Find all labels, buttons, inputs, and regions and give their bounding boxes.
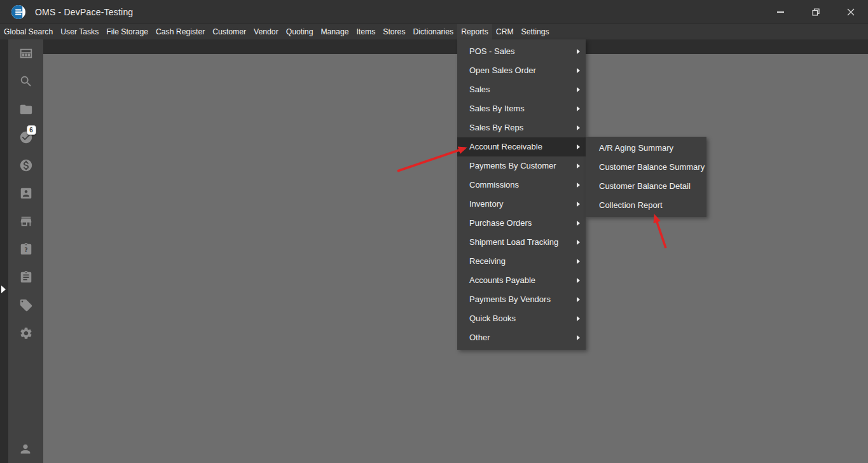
submenu-arrow-icon — [577, 202, 580, 207]
menubar-item-file-storage[interactable]: File Storage — [102, 24, 152, 39]
reports-dropdown-menu: POS - Sales Open Sales Order Sales Sales… — [457, 39, 586, 350]
reports-menu-item-open-sales-order[interactable]: Open Sales Order — [457, 61, 586, 80]
submenu-arrow-icon — [577, 316, 580, 321]
close-button[interactable] — [833, 0, 868, 24]
submenu-arrow-icon — [577, 163, 580, 169]
main-content-area — [43, 54, 868, 463]
submenu-item-a-r-aging-summary[interactable]: A/R Aging Summary — [586, 139, 706, 158]
submenu-arrow-icon — [577, 125, 580, 130]
reports-menu-item-payments-by-vendors[interactable]: Payments By Vendors — [457, 290, 586, 309]
submenu-item-customer-balance-detail[interactable]: Customer Balance Detail — [586, 177, 706, 196]
submenu-arrow-icon — [577, 68, 580, 73]
submenu-arrow-icon — [577, 49, 580, 54]
submenu-arrow-icon — [577, 183, 580, 188]
sidebar-item-contact-card[interactable] — [19, 186, 33, 200]
reports-menu-item-shipment-load-tracking[interactable]: Shipment Load Tracking — [457, 233, 586, 252]
minimize-icon — [777, 11, 784, 13]
submenu-arrow-icon — [577, 221, 580, 226]
reports-menu-item-receiving[interactable]: Receiving — [457, 252, 586, 271]
top-dark-band — [0, 39, 868, 54]
reports-menu-flyout: POS - Sales Open Sales Order Sales Sales… — [457, 39, 586, 350]
account-receivable-submenu: A/R Aging Summary Customer Balance Summa… — [586, 137, 706, 217]
sidebar-item-tag[interactable] — [19, 298, 33, 312]
submenu-arrow-icon — [577, 87, 580, 92]
clipboard-tasks-icon — [19, 270, 33, 284]
menubar-item-crm[interactable]: CRM — [492, 24, 518, 39]
tag-icon — [19, 298, 33, 312]
menubar-item-global-search[interactable]: Global Search — [0, 24, 57, 39]
submenu-arrow-icon — [577, 144, 580, 149]
contact-card-icon — [19, 186, 33, 200]
reports-menu-item-sales-by-reps[interactable]: Sales By Reps — [457, 118, 586, 137]
sidebar-item-table[interactable] — [19, 46, 33, 60]
submenu-arrow-icon — [577, 240, 580, 245]
reports-menu-item-sales[interactable]: Sales — [457, 80, 586, 99]
reports-menu-item-account-receivable[interactable]: Account Receivable — [457, 137, 586, 156]
table-icon — [19, 46, 33, 60]
reports-menu-item-payments-by-customer[interactable]: Payments By Customer — [457, 156, 586, 176]
icon-sidebar: 6 — [8, 39, 43, 463]
reports-menu-item-commissions[interactable]: Commissions — [457, 176, 586, 195]
panel-expand-arrow-icon[interactable] — [1, 286, 6, 293]
reports-menu-item-accounts-payable[interactable]: Accounts Payable — [457, 271, 586, 290]
search-icon — [19, 74, 33, 88]
sidebar-item-check-circle[interactable]: 6 — [19, 130, 33, 144]
person-icon — [18, 442, 32, 456]
menubar-item-customer[interactable]: Customer — [209, 24, 250, 39]
restore-icon — [812, 8, 820, 16]
reports-menu-item-other[interactable]: Other — [457, 328, 586, 347]
menubar-item-cash-register[interactable]: Cash Register — [152, 24, 209, 39]
close-icon — [847, 8, 855, 16]
restore-button[interactable] — [798, 0, 833, 24]
menubar-item-reports[interactable]: Reports — [457, 24, 492, 39]
sidebar-item-store[interactable] — [19, 214, 33, 228]
menubar-item-user-tasks[interactable]: User Tasks — [57, 24, 102, 39]
window-controls — [763, 0, 868, 24]
menubar-item-manage[interactable]: Manage — [317, 24, 352, 39]
sidebar-item-clipboard-question[interactable] — [19, 242, 33, 256]
sidebar-item-user[interactable] — [18, 442, 32, 456]
submenu-item-customer-balance-summary[interactable]: Customer Balance Summary — [586, 158, 706, 177]
reports-menu-item-purchase-orders[interactable]: Purchase Orders — [457, 214, 586, 233]
notification-badge: 6 — [27, 125, 36, 135]
submenu-arrow-icon — [577, 259, 580, 264]
menubar-item-quoting[interactable]: Quoting — [282, 24, 317, 39]
menubar-item-stores[interactable]: Stores — [379, 24, 409, 39]
app-logo-icon — [11, 4, 26, 20]
sidebar-item-gear[interactable] — [19, 326, 33, 340]
submenu-arrow-icon — [577, 297, 580, 302]
sidebar-item-folder[interactable] — [19, 102, 33, 116]
clipboard-question-icon — [19, 242, 33, 256]
sidebar-item-dollar-circle[interactable] — [19, 158, 33, 172]
folder-icon — [19, 102, 33, 116]
reports-menu-item-quick-books[interactable]: Quick Books — [457, 309, 586, 328]
menubar-item-dictionaries[interactable]: Dictionaries — [409, 24, 457, 39]
menu-bar: Global Search User Tasks File Storage Ca… — [0, 24, 868, 39]
reports-menu-item-sales-by-items[interactable]: Sales By Items — [457, 99, 586, 118]
sidebar-item-clipboard-tasks[interactable] — [19, 270, 33, 284]
left-edge-strip — [0, 39, 8, 463]
store-icon — [19, 214, 33, 228]
reports-menu-item-pos-sales[interactable]: POS - Sales — [457, 42, 586, 61]
minimize-button[interactable] — [763, 0, 798, 24]
reports-menu-item-inventory[interactable]: Inventory — [457, 195, 586, 214]
sidebar-item-search[interactable] — [19, 74, 33, 88]
submenu-arrow-icon — [577, 278, 580, 283]
submenu-arrow-icon — [577, 106, 580, 111]
submenu-arrow-icon — [577, 335, 580, 340]
menubar-item-settings[interactable]: Settings — [518, 24, 553, 39]
menubar-item-vendor[interactable]: Vendor — [250, 24, 282, 39]
menubar-item-items[interactable]: Items — [352, 24, 379, 39]
title-bar: OMS - DevPace-Testing — [0, 0, 868, 24]
dollar-circle-icon — [19, 158, 33, 172]
submenu-item-collection-report[interactable]: Collection Report — [586, 196, 706, 215]
window-title: OMS - DevPace-Testing — [35, 0, 133, 24]
gear-icon — [19, 326, 33, 340]
